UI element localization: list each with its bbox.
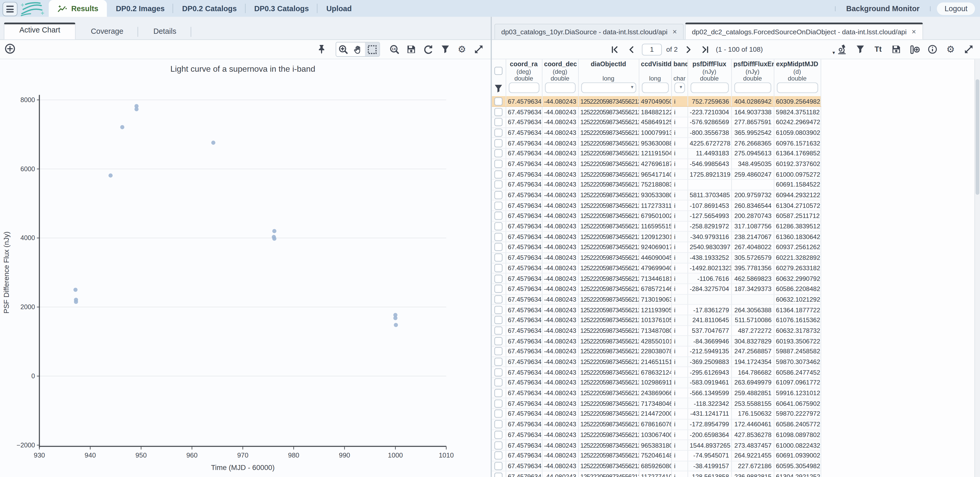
filter-input-coord_ra[interactable] [509, 82, 539, 93]
table-row[interactable]: 67.4579634-44.08024312522205987345562121… [492, 304, 821, 315]
row-checkbox[interactable] [492, 398, 506, 409]
row-checkbox[interactable] [492, 179, 506, 190]
nav-tab-dp0-2-images[interactable]: DP0.2 Images [107, 0, 173, 17]
nav-tab-dp0-3-catalogs[interactable]: DP0.3 Catalogs [245, 0, 318, 17]
row-checkbox[interactable] [492, 450, 506, 461]
table-row[interactable]: 67.4579634-44.08024312522205987345562129… [492, 169, 821, 179]
expand-button[interactable] [473, 43, 485, 55]
tab-active-chart[interactable]: Active Chart [4, 22, 76, 40]
table-row[interactable]: 67.4579634-44.08024312522205987345562121… [492, 221, 821, 231]
next-page-button[interactable] [682, 43, 695, 55]
data-point[interactable] [120, 125, 124, 129]
filter-input-coord_dec[interactable] [545, 82, 575, 93]
filter-input-diaObjectId[interactable]: ▾ [581, 82, 636, 93]
table-row[interactable]: 67.4579634-44.08024312522205987345562122… [492, 409, 821, 419]
row-checkbox[interactable] [492, 315, 506, 325]
table-row[interactable]: 67.4579634-44.08024312522205987345562121… [492, 127, 821, 138]
table-row[interactable]: 67.4579634-44.08024312522205987345562121… [492, 231, 821, 242]
hamburger-icon[interactable] [3, 2, 18, 16]
row-checkbox[interactable] [492, 419, 506, 429]
table-row[interactable]: 67.4579634-44.08024312522205987345562121… [492, 106, 821, 117]
table-row[interactable]: 67.4579634-44.08024312522205987345562127… [492, 398, 821, 409]
table-row[interactable]: 67.4579634-44.08024312522205987345562122… [492, 388, 821, 398]
row-checkbox[interactable] [492, 169, 506, 179]
column-header-coord_ra[interactable]: coord_ra(deg)double [506, 59, 542, 82]
data-point[interactable] [272, 237, 277, 241]
table-row[interactable]: 67.4579634-44.08024312522205987345562126… [492, 284, 821, 294]
table-row[interactable]: 67.4579634-44.08024312522205987345562129… [492, 138, 821, 148]
row-checkbox[interactable] [492, 252, 506, 263]
restore-button[interactable] [422, 43, 434, 55]
filter-input-expMidptMJD[interactable] [776, 82, 818, 93]
scatter-chart[interactable]: Light curve of a supernova in the i-band… [0, 59, 490, 477]
table-row[interactable]: 67.4579634-44.08024312522205987345562122… [492, 346, 821, 357]
data-point[interactable] [74, 300, 78, 304]
table-row[interactable]: 67.4579634-44.08024312522205987345562129… [492, 242, 821, 252]
row-checkbox[interactable] [492, 211, 506, 221]
table-row[interactable]: 67.4579634-44.08024312522205987345562129… [492, 440, 821, 450]
row-checkbox[interactable] [492, 346, 506, 357]
filter-button[interactable] [854, 43, 866, 55]
column-header-coord_dec[interactable]: coord_dec(deg)double [542, 59, 578, 82]
settings-gear-button[interactable]: ⚙ [456, 43, 468, 55]
chevron-down-icon[interactable]: ▾ [631, 84, 633, 90]
row-checkbox[interactable] [492, 138, 506, 148]
filter-input-band[interactable]: ▾ [674, 82, 685, 93]
row-checkbox[interactable] [492, 148, 506, 159]
text-view-button[interactable]: Tt [872, 43, 884, 55]
row-checkbox[interactable] [492, 336, 506, 346]
expand-button[interactable] [963, 43, 975, 55]
table-row[interactable]: 67.4579634-44.08024312522205987345562127… [492, 325, 821, 336]
table-row[interactable]: 67.4579634-44.08024312522205987345562124… [492, 252, 821, 263]
table-row[interactable]: 67.4579634-44.08024312522205987345562121… [492, 148, 821, 159]
row-checkbox[interactable] [492, 461, 506, 471]
row-checkbox[interactable] [492, 263, 506, 273]
table-row[interactable]: 67.4579634-44.08024312522205987345562124… [492, 96, 821, 106]
table-row[interactable]: 67.4579634-44.08024312522205987345562121… [492, 315, 821, 325]
table-tab-1[interactable]: dp03_catalogs_10yr.DiaSource - data-int.… [495, 24, 684, 39]
table-tab-2[interactable]: dp02_dc2_catalogs.ForcedSourceOnDiaObjec… [685, 22, 923, 40]
row-checkbox[interactable] [492, 242, 506, 252]
last-page-button[interactable] [699, 43, 711, 55]
row-checkbox[interactable] [492, 221, 506, 231]
chevron-down-icon[interactable]: ▾ [679, 84, 682, 90]
column-header-band[interactable]: band char [671, 59, 687, 82]
scrollbar-thumb[interactable] [975, 79, 979, 195]
column-header-psfDiffFluxErr[interactable]: psfDiffFluxErr(nJy)double [731, 59, 774, 82]
row-checkbox[interactable] [492, 127, 506, 138]
table-row[interactable]: 67.4579634-44.08024312522205987345562127… [492, 179, 821, 190]
data-point[interactable] [73, 288, 78, 292]
row-checkbox[interactable] [492, 294, 506, 304]
filter-button[interactable] [439, 43, 451, 55]
filter-icon[interactable] [492, 82, 506, 96]
table-row[interactable]: 67.4579634-44.08024312522205987345562124… [492, 336, 821, 346]
table-row[interactable]: 67.4579634-44.08024312522205987345562129… [492, 190, 821, 200]
row-checkbox[interactable] [492, 471, 506, 477]
table-row[interactable]: 67.4579634-44.08024312522205987345562124… [492, 117, 821, 127]
settings-gear-button[interactable]: ⚙ [944, 43, 957, 55]
table-row[interactable]: 67.4579634-44.08024312522205987345562126… [492, 211, 821, 221]
row-checkbox[interactable] [492, 96, 506, 106]
tab-coverage[interactable]: Coverage [76, 24, 138, 40]
column-header-ccdVisitId[interactable]: ccdVisitId long [639, 59, 671, 82]
data-point[interactable] [393, 316, 398, 320]
first-page-button[interactable] [608, 43, 620, 55]
background-monitor-button[interactable]: Background Monitor [835, 4, 931, 13]
table-row[interactable]: 67.4579634-44.08024312522205987345562126… [492, 461, 821, 471]
filter-input-psfDiffFluxErr[interactable] [734, 82, 771, 93]
filter-input-psfDiffFlux[interactable] [690, 82, 729, 93]
close-icon[interactable]: × [673, 25, 677, 39]
row-checkbox[interactable] [492, 273, 506, 284]
data-point[interactable] [272, 229, 277, 233]
row-checkbox[interactable] [492, 117, 506, 127]
table-row[interactable]: 67.4579634-44.08024312522205987345562127… [492, 273, 821, 284]
pin-button[interactable] [315, 43, 328, 55]
row-checkbox[interactable] [492, 440, 506, 450]
table-row[interactable]: 67.4579634-44.08024312522205987345562121… [492, 200, 821, 211]
row-checkbox[interactable] [492, 367, 506, 377]
row-checkbox[interactable] [492, 159, 506, 169]
select-area-button[interactable] [365, 42, 379, 56]
zoom-in-button[interactable] [336, 42, 351, 56]
nav-tab-dp0-2-catalogs[interactable]: DP0.2 Catalogs [173, 0, 245, 17]
table-row[interactable]: 67.4579634-44.08024312522205987345562124… [492, 263, 821, 273]
